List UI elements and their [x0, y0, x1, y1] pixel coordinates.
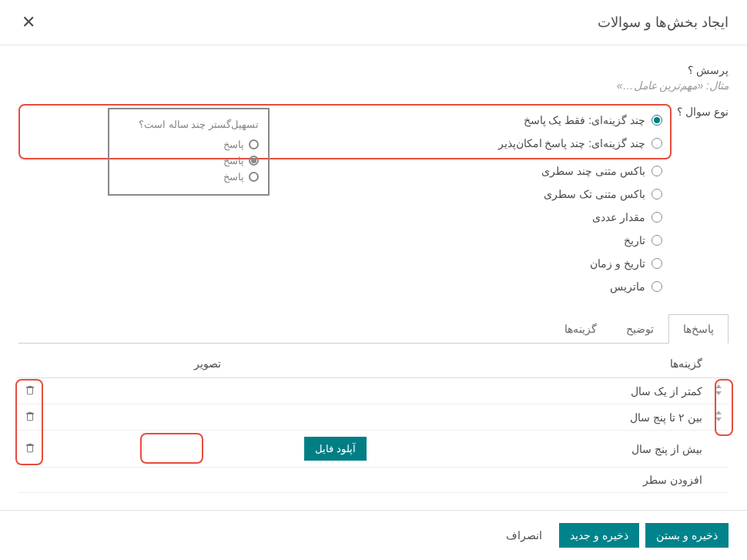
preview-box: تسهیل‌گستر چند ساله است؟ پاسخ پاسخ پاسخ — [108, 108, 270, 196]
cancel-button[interactable]: انصراف — [495, 523, 553, 548]
sort-icon — [715, 384, 722, 395]
trash-icon[interactable] — [25, 411, 35, 424]
option-cell[interactable]: بین ۲ تا پنج سال — [373, 404, 708, 431]
preview-answer: پاسخ — [223, 139, 244, 150]
type-date[interactable]: تاریخ — [18, 229, 662, 252]
col-handle — [708, 344, 729, 378]
image-cell[interactable] — [42, 404, 373, 431]
modal-footer: ذخیره و بستن ذخیره و جدید انصراف — [0, 510, 747, 560]
type-datetime[interactable]: تاریخ و زمان — [18, 252, 662, 275]
radio-icon — [652, 281, 662, 292]
type-label-text: ماتریس — [610, 280, 645, 293]
type-matrix[interactable]: ماتریس — [18, 275, 662, 298]
col-delete — [18, 344, 42, 378]
drag-handle[interactable] — [708, 378, 729, 404]
table-row: کمتر از یک سال — [18, 378, 729, 404]
question-label: پرسش ؟ — [18, 64, 729, 76]
delete-cell — [18, 431, 42, 468]
type-label-text: تاریخ و زمان — [590, 257, 645, 270]
radio-icon — [249, 139, 259, 149]
upload-button[interactable]: آپلود فایل — [304, 437, 367, 461]
delete-cell — [18, 378, 42, 404]
tab-description[interactable]: توضیح — [611, 314, 668, 344]
add-row: افزودن سطر — [18, 468, 729, 493]
tab-answers[interactable]: پاسخ‌ها — [668, 314, 729, 344]
preview-title: تسهیل‌گستر چند ساله است؟ — [119, 119, 259, 130]
save-close-button[interactable]: ذخیره و بستن — [645, 523, 729, 548]
table-row: بیش از پنج سال آپلود فایل — [18, 431, 729, 468]
type-label-text: مقدار عددی — [592, 211, 645, 223]
drag-handle[interactable] — [708, 431, 729, 468]
preview-item: پاسخ — [119, 153, 259, 169]
sort-icon — [715, 411, 722, 421]
close-icon: ✕ — [22, 12, 35, 32]
type-label-text: چند گزینه‌ای: فقط یک پاسخ — [524, 114, 645, 126]
tabs: پاسخ‌ها توضیح گزینه‌ها — [18, 314, 729, 344]
question-input[interactable] — [18, 79, 729, 92]
image-cell[interactable] — [42, 378, 373, 404]
question-type-label: نوع سوال ؟ — [675, 104, 729, 118]
type-label-text: چند گزینه‌ای: چند پاسخ امکان‌پذیر — [498, 137, 645, 149]
radio-icon — [652, 166, 662, 176]
radio-icon — [652, 258, 662, 269]
col-options: گزینه‌ها — [373, 344, 708, 378]
preview-item: پاسخ — [119, 169, 259, 185]
type-number[interactable]: مقدار عددی — [18, 206, 662, 229]
preview-item: پاسخ — [119, 136, 259, 153]
radio-icon — [652, 189, 662, 200]
trash-icon[interactable] — [25, 443, 35, 455]
drag-handle[interactable] — [708, 404, 729, 431]
answers-table-wrap: گزینه‌ها تصویر کمتر از یک سال — [18, 344, 729, 493]
preview-answer: پاسخ — [223, 171, 244, 183]
radio-icon — [249, 172, 259, 182]
modal-title: ایجاد بخش‌ها و سوالات — [598, 14, 729, 31]
preview-answer: پاسخ — [223, 155, 244, 166]
delete-cell — [18, 404, 42, 431]
tab-options[interactable]: گزینه‌ها — [550, 314, 611, 344]
trash-icon[interactable] — [25, 385, 35, 397]
type-label-text: تاریخ — [624, 234, 645, 246]
image-cell[interactable]: آپلود فایل — [42, 431, 373, 468]
add-row-link[interactable]: افزودن سطر — [18, 468, 708, 493]
save-new-button[interactable]: ذخیره و جدید — [559, 523, 639, 548]
radio-icon — [652, 235, 662, 246]
radio-icon — [249, 156, 259, 166]
table-row: بین ۲ تا پنج سال — [18, 404, 729, 431]
option-cell[interactable]: بیش از پنج سال — [373, 431, 708, 468]
type-label-text: باکس متنی تک سطری — [544, 188, 645, 200]
radio-icon — [652, 212, 662, 223]
answers-table: گزینه‌ها تصویر کمتر از یک سال — [18, 344, 729, 493]
type-label-text: باکس متنی چند سطری — [541, 165, 645, 177]
close-button[interactable]: ✕ — [18, 12, 39, 32]
col-image: تصویر — [42, 344, 373, 378]
option-cell[interactable]: کمتر از یک سال — [373, 378, 708, 404]
radio-icon — [652, 138, 662, 149]
radio-icon — [652, 115, 662, 126]
modal-header: ایجاد بخش‌ها و سوالات ✕ — [0, 0, 747, 45]
